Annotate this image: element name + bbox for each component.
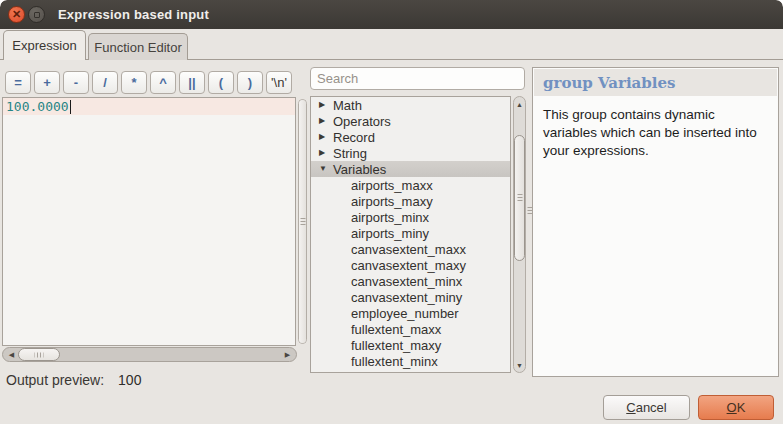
operator-button-7[interactable]: ( [208,71,234,94]
chevron-right-icon[interactable]: ▶ [319,133,329,141]
tree-item-airports_maxx[interactable]: airports_maxx [311,177,510,193]
tree-item-label: airports_minx [351,210,429,225]
help-panel: group Variables This group contains dyna… [532,67,779,377]
tree-item-label: canvasextent_maxx [351,242,466,257]
tree-item-label: fullextent_miny [351,370,438,374]
tree-item-label: fullextent_minx [351,354,438,369]
tree-item-canvasextent_minx[interactable]: canvasextent_minx [311,273,510,289]
scroll-up-icon[interactable]: ▲ [514,98,525,110]
ok-button[interactable]: OK [698,395,774,420]
tree-item-airports_maxy[interactable]: airports_maxy [311,193,510,209]
operator-button-5[interactable]: ^ [150,71,176,94]
tree-item-label: Record [333,130,375,145]
output-preview-label: Output preview: [6,372,104,388]
expression-dialog: ✕ Expression based input Expression Func… [0,0,783,424]
tree-item-label: Operators [333,114,391,129]
tree-item-label: String [333,146,367,161]
tree-item-canvasextent_miny[interactable]: canvasextent_miny [311,289,510,305]
tree-item-airports_minx[interactable]: airports_minx [311,209,510,225]
tab-function-editor[interactable]: Function Editor [88,33,188,60]
output-preview-row: Output preview: 100 [6,372,141,388]
output-preview-value: 100 [118,372,141,388]
window-title: Expression based input [58,7,209,22]
tree-item-Variables[interactable]: ▼Variables [311,161,510,177]
chevron-right-icon[interactable]: ▶ [319,101,329,109]
tree-item-label: canvasextent_minx [351,274,462,289]
operator-button-8[interactable]: ) [237,71,263,94]
tree-item-label: airports_maxy [351,194,433,209]
help-header: group Variables [534,69,777,96]
editor-horizontal-scrollbar[interactable]: ◀ ▶ [2,347,297,362]
tree-item-label: airports_maxx [351,178,433,193]
tree-item-employee_number[interactable]: employee_number [311,305,510,321]
tree-item-Math[interactable]: ▶Math [311,97,510,113]
current-line: 100.0000 [3,98,295,115]
editor-vertical-scrollbar[interactable] [298,99,307,344]
tree-item-label: canvasextent_miny [351,290,462,305]
chevron-right-icon[interactable]: ▶ [319,149,329,157]
tree-item-airports_miny[interactable]: airports_miny [311,225,510,241]
operator-button-row: =+-/*^||()'\n' [5,71,292,94]
tree-item-label: employee_number [351,306,459,321]
scroll-right-icon[interactable]: ▶ [281,349,294,360]
scroll-left-icon[interactable]: ◀ [5,349,18,360]
titlebar: ✕ Expression based input [0,0,783,29]
tree-item-Operators[interactable]: ▶Operators [311,113,510,129]
operator-button-6[interactable]: || [179,71,205,94]
tree-item-label: Math [333,98,362,113]
close-icon[interactable]: ✕ [8,6,25,23]
tree-item-Record[interactable]: ▶Record [311,129,510,145]
tree-item-fullextent_miny[interactable]: fullextent_miny [311,369,510,373]
tree-vertical-scrollbar[interactable]: ▲ ▼ [513,96,526,373]
maximize-icon[interactable] [28,6,45,23]
tree-item-canvasextent_maxy[interactable]: canvasextent_maxy [311,257,510,273]
tab-expression[interactable]: Expression [3,30,86,60]
expression-editor[interactable]: 100.0000 [2,97,296,346]
operator-button-2[interactable]: - [63,71,89,94]
cancel-button[interactable]: Cancel [603,395,690,420]
tree-item-label: Variables [333,162,386,177]
operator-button-3[interactable]: / [92,71,118,94]
tree-item-label: canvasextent_maxy [351,258,466,273]
tree-item-fullextent_minx[interactable]: fullextent_minx [311,353,510,369]
operator-button-1[interactable]: + [34,71,60,94]
chevron-right-icon[interactable]: ▶ [319,117,329,125]
tree-item-String[interactable]: ▶String [311,145,510,161]
text-cursor [70,100,71,114]
tree-item-fullextent_maxy[interactable]: fullextent_maxy [311,337,510,353]
tree-item-canvasextent_maxx[interactable]: canvasextent_maxx [311,241,510,257]
function-tree: ▶Math▶Operators▶Record▶String▼Variablesa… [310,96,511,373]
tree-item-label: fullextent_maxy [351,338,441,353]
operator-button-0[interactable]: = [5,71,31,94]
tree-item-fullextent_maxx[interactable]: fullextent_maxx [311,321,510,337]
search-input[interactable] [310,67,525,90]
tree-item-label: fullextent_maxx [351,322,441,337]
help-title: group Variables [534,74,676,92]
operator-button-9[interactable]: '\n' [266,71,292,94]
operator-button-4[interactable]: * [121,71,147,94]
chevron-down-icon[interactable]: ▼ [319,165,329,173]
tree-item-label: airports_miny [351,226,429,241]
scroll-down-icon[interactable]: ▼ [514,359,525,371]
expression-code: 100.0000 [3,99,69,114]
help-body: This group contains dynamic variables wh… [533,97,778,160]
tab-bar: Expression Function Editor [0,29,783,60]
